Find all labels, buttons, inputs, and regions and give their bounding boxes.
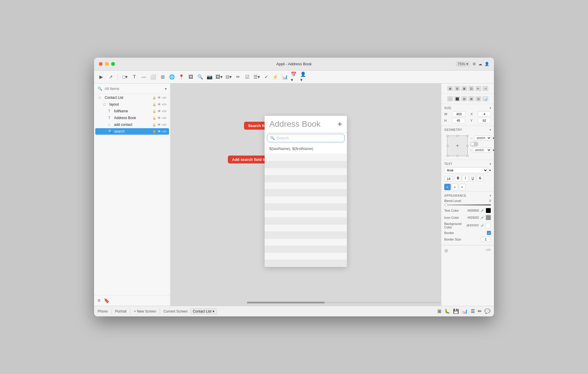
eye-icon-5[interactable]: 👁 <box>158 130 161 133</box>
geo-handle-tm[interactable] <box>457 135 458 137</box>
appearance-collapse-icon[interactable]: ▾ <box>490 194 491 197</box>
minimize-button[interactable] <box>105 62 109 66</box>
search-icon[interactable]: 🔍 <box>197 74 204 81</box>
blend-slider[interactable] <box>444 204 491 206</box>
bookmark-icon[interactable]: 🔖 <box>104 298 110 303</box>
bg-color-eyedropper[interactable]: 💉 <box>480 223 485 228</box>
geo-stretch-v-arrow[interactable]: ▾ <box>493 148 494 152</box>
media-icon[interactable]: 🖼▾ <box>216 74 223 81</box>
new-screen-button[interactable]: + New Screen <box>134 309 156 313</box>
align-bottom-icon[interactable]: ⊣ <box>482 86 488 91</box>
geo-stretch-h-arrow[interactable]: ▾ <box>493 136 494 140</box>
size-h-input[interactable] <box>452 118 465 123</box>
align-left-icon[interactable]: ⊞ <box>447 86 453 91</box>
align-top-icon[interactable]: ⊡ <box>468 86 474 91</box>
blend-thumb[interactable] <box>445 203 448 206</box>
align-chart-icon[interactable]: 📊 <box>482 96 488 101</box>
align-center-button[interactable]: ≡ <box>452 184 458 190</box>
bg-color-preview[interactable] <box>486 223 491 228</box>
globe-icon[interactable]: 🌐 <box>168 74 176 81</box>
link-icon[interactable]: ⚡ <box>272 74 279 81</box>
eye-icon-4[interactable]: 👁 <box>158 123 161 127</box>
zoom-control[interactable]: 75% ▾ <box>456 61 470 67</box>
code-icon-5[interactable]: </> <box>162 130 167 133</box>
check-icon[interactable]: ☑ <box>244 74 251 81</box>
close-button[interactable] <box>99 62 103 66</box>
code-icon-3[interactable]: </> <box>162 116 167 120</box>
border-checkbox[interactable]: ✓ <box>487 231 491 235</box>
align-right-icon[interactable]: ⊠ <box>461 86 467 91</box>
geo-handle-br[interactable] <box>467 155 468 157</box>
chat-icon[interactable]: 💬 <box>485 308 490 314</box>
list-view-icon[interactable]: ☰ <box>471 308 475 314</box>
lock-icon-1[interactable]: 🔒 <box>152 103 156 106</box>
chart-view-icon[interactable]: 📊 <box>462 308 468 314</box>
underline-button[interactable]: U <box>470 175 476 181</box>
geometry-collapse-icon[interactable]: ▾ <box>490 128 491 131</box>
eye-icon-3[interactable]: 👁 <box>158 116 161 120</box>
sidebar-item-layout[interactable]: □ layout 🔒 👁 </> <box>95 101 169 108</box>
align-center-h-icon[interactable]: ⊟ <box>454 86 460 91</box>
grid-view-icon[interactable]: ⊞ <box>437 308 441 314</box>
lock-icon-2[interactable]: 🔒 <box>152 109 156 113</box>
size-x-input[interactable] <box>478 111 491 117</box>
settings-icon[interactable]: ⚙ <box>472 62 476 66</box>
font-select[interactable]: Arial <box>444 167 488 173</box>
size-y-input[interactable] <box>478 118 491 123</box>
location-icon[interactable]: 📍 <box>178 74 185 81</box>
font-size-input[interactable] <box>444 176 453 181</box>
geo-handle-tl[interactable] <box>447 135 448 137</box>
code-view-icon[interactable]: </> <box>486 248 491 253</box>
screen-selector[interactable]: Contact List ▾ <box>190 308 217 314</box>
sidebar-item-fullname[interactable]: T fullName 🔒 👁 </> <box>95 108 169 114</box>
text-color-eyedropper[interactable]: 💉 <box>480 208 485 213</box>
geo-handle-mr[interactable] <box>467 145 468 147</box>
cursor-icon[interactable]: ↗ <box>107 74 114 81</box>
size-collapse-icon[interactable]: ▾ <box>490 106 491 110</box>
chart-icon[interactable]: 📊 <box>281 74 288 81</box>
screen-selector-arrow[interactable]: ▾ <box>213 309 214 313</box>
upload-icon[interactable]: ☁ <box>478 62 482 66</box>
user-menu-icon[interactable]: 👤▾ <box>300 74 307 81</box>
text-color-preview[interactable] <box>486 208 491 213</box>
code-icon-0[interactable]: </> <box>162 96 167 100</box>
sidebar-search-input[interactable] <box>105 86 163 91</box>
phone-search-field[interactable]: 🔍 Search <box>267 134 345 142</box>
table-icon[interactable]: ⊞ <box>159 74 166 81</box>
geo-toggle[interactable] <box>470 142 478 146</box>
lock-icon-4[interactable]: 🔒 <box>152 123 156 127</box>
align-row-icon[interactable]: ⊡ <box>475 96 481 101</box>
view-icon[interactable]: ⊟▾ <box>225 74 232 81</box>
geo-handle-ml[interactable] <box>447 145 448 147</box>
list-icon[interactable]: ☰▾ <box>253 74 260 81</box>
italic-button[interactable]: I <box>462 175 469 181</box>
code-icon-2[interactable]: </> <box>162 109 167 113</box>
user-icon[interactable]: 👤 <box>485 62 489 66</box>
geo-handle-tr[interactable] <box>467 135 468 137</box>
line-icon[interactable]: — <box>140 74 147 81</box>
bug-icon[interactable]: 🐛 <box>444 308 450 314</box>
align-col-icon[interactable]: ⊞ <box>468 96 474 101</box>
code-icon-1[interactable]: </> <box>162 103 167 106</box>
text-icon[interactable]: T <box>131 74 138 81</box>
align-left-button[interactable]: ≡ <box>444 184 451 190</box>
maximize-button[interactable] <box>111 62 115 66</box>
sidebar-search-arrow[interactable]: ▾ <box>165 87 167 91</box>
geo-stretch-h-select[interactable]: stretch <box>474 136 492 141</box>
border-size-input[interactable] <box>481 237 491 242</box>
align-right-button[interactable]: ≡ <box>459 184 465 190</box>
lock-icon-3[interactable]: 🔒 <box>152 116 156 120</box>
no-action-icon[interactable]: ⊘ <box>444 248 448 253</box>
rectangle-icon[interactable]: □▾ <box>121 74 128 81</box>
phone-add-button[interactable]: + <box>338 119 342 129</box>
sidebar-item-search[interactable]: 🔍 search 🔒 👁 </> <box>95 128 169 135</box>
strikethrough-button[interactable]: S <box>477 175 483 181</box>
align-center-v-icon[interactable]: ⊢ <box>475 86 481 91</box>
eye-icon-1[interactable]: 👁 <box>158 103 161 106</box>
sidebar-item-address-book[interactable]: T Address Book 🔒 👁 </> <box>95 115 169 121</box>
database-icon[interactable]: 💾 <box>453 308 459 314</box>
pen-icon[interactable]: ✏ <box>234 74 241 81</box>
input-icon[interactable]: ⬜ <box>150 74 157 81</box>
align-grid-icon[interactable]: ⊟ <box>461 96 467 101</box>
geo-handle-bl[interactable] <box>447 155 448 157</box>
